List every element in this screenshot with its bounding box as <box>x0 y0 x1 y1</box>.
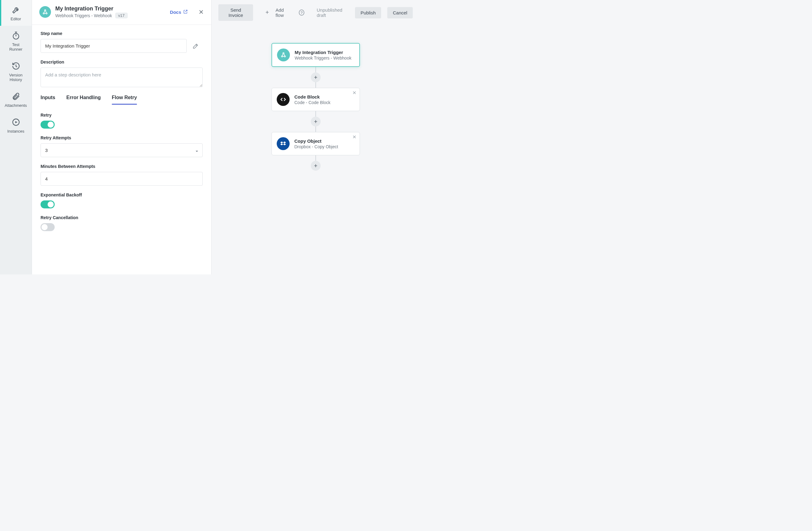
history-icon <box>11 61 21 71</box>
step-name-input[interactable] <box>41 39 187 53</box>
retry-cancellation-label: Retry Cancellation <box>41 215 203 220</box>
flow-canvas[interactable]: My Integration Trigger Webhook Triggers … <box>212 25 420 275</box>
send-invoice-button[interactable]: Send Invoice <box>218 4 253 21</box>
editor-tabs: Inputs Error Handling Flow Retry <box>41 95 203 104</box>
plus-icon <box>265 10 270 16</box>
step-name-group: Step name <box>41 31 203 53</box>
connector <box>315 155 316 161</box>
sidenav-version-history[interactable]: Version History <box>0 56 32 87</box>
retry-group: Retry <box>41 113 203 129</box>
canvas-toolbar: Send Invoice Add flow ? Unpublished draf… <box>212 0 420 25</box>
draft-status: Unpublished draft <box>317 8 349 18</box>
add-step-button[interactable] <box>311 161 321 171</box>
sidenav-attachments[interactable]: Attachments <box>0 87 32 112</box>
sidenav-testrunner-label: Test Runner <box>9 42 23 52</box>
node-sub: Code - Code Block <box>294 100 355 105</box>
editor-panel: My Integration Trigger Webhook Triggers … <box>32 0 212 275</box>
sidenav-instances[interactable]: Instances <box>0 112 32 138</box>
publish-button[interactable]: Publish <box>355 7 381 18</box>
node-title: Copy Object <box>294 138 355 144</box>
minutes-between-input[interactable] <box>41 172 203 186</box>
play-circle-icon <box>11 117 21 127</box>
svg-point-2 <box>43 13 44 14</box>
minutes-between-label: Minutes Between Attempts <box>41 164 203 169</box>
code-icon <box>277 93 290 106</box>
docs-label: Docs <box>170 10 181 15</box>
retry-attempts-group: Retry Attempts <box>41 135 203 157</box>
connector <box>315 127 316 132</box>
description-input[interactable] <box>41 68 203 87</box>
editor-title-block: My Integration Trigger Webhook Triggers … <box>55 5 165 18</box>
retry-attempts-label: Retry Attempts <box>41 135 203 140</box>
plus-icon <box>313 75 318 80</box>
flow-node-trigger[interactable]: My Integration Trigger Webhook Triggers … <box>272 43 360 67</box>
minutes-between-group: Minutes Between Attempts <box>41 164 203 186</box>
node-sub: Webhook Triggers - Webhook <box>295 56 354 60</box>
svg-point-5 <box>281 56 282 57</box>
add-step-button[interactable] <box>311 72 321 82</box>
sidenav-attachments-label: Attachments <box>5 103 27 108</box>
version-chip: v17 <box>115 13 128 18</box>
retry-cancellation-toggle[interactable] <box>41 223 55 231</box>
retry-cancellation-group: Retry Cancellation <box>41 215 203 231</box>
tab-error-handling[interactable]: Error Handling <box>66 95 101 104</box>
editor-subtitle: Webhook Triggers - Webhook <box>55 13 112 18</box>
cancel-button[interactable]: Cancel <box>387 7 413 18</box>
edit-icon <box>192 43 199 49</box>
add-flow-button[interactable]: Add flow <box>259 4 293 21</box>
node-title: Code Block <box>294 94 355 100</box>
paperclip-icon <box>11 91 21 101</box>
stopwatch-icon <box>11 31 21 41</box>
tab-flow-retry[interactable]: Flow Retry <box>112 95 137 104</box>
retry-label: Retry <box>41 113 203 118</box>
sidenav: Editor Test Runner Version History Attac… <box>0 0 32 275</box>
editor-body: Step name Description Inputs Error Handl… <box>32 25 211 250</box>
exponential-backoff-label: Exponential Backoff <box>41 192 203 197</box>
wrench-icon <box>11 5 21 15</box>
dropbox-icon <box>277 137 290 150</box>
connector <box>315 82 316 88</box>
editor-header: My Integration Trigger Webhook Triggers … <box>32 0 211 25</box>
svg-point-6 <box>284 56 285 57</box>
canvas-area: Send Invoice Add flow ? Unpublished draf… <box>212 0 420 275</box>
tab-inputs[interactable]: Inputs <box>41 95 55 104</box>
external-link-icon <box>183 9 188 15</box>
description-group: Description <box>41 60 203 88</box>
flow-node-copy-object[interactable]: Copy Object Dropbox - Copy Object <box>272 132 360 155</box>
node-sub: Dropbox - Copy Object <box>294 144 355 149</box>
flow-node-code-block[interactable]: Code Block Code - Code Block <box>272 88 360 111</box>
close-panel-button[interactable] <box>198 9 204 15</box>
remove-node-button[interactable] <box>352 135 357 139</box>
question-icon: ? <box>300 11 303 15</box>
editor-title: My Integration Trigger <box>55 5 165 12</box>
connector <box>315 67 316 72</box>
svg-point-3 <box>46 13 47 14</box>
help-button[interactable]: ? <box>299 10 304 16</box>
description-label: Description <box>41 60 203 64</box>
step-name-label: Step name <box>41 31 203 36</box>
node-title: My Integration Trigger <box>295 50 354 55</box>
edit-step-name-button[interactable] <box>192 43 199 49</box>
plus-icon <box>313 119 318 124</box>
webhook-icon <box>39 6 51 18</box>
add-step-button[interactable] <box>311 117 321 127</box>
docs-link[interactable]: Docs <box>170 9 188 15</box>
add-flow-label: Add flow <box>272 8 287 18</box>
exponential-backoff-group: Exponential Backoff <box>41 192 203 208</box>
sidenav-editor[interactable]: Editor <box>0 0 32 26</box>
webhook-icon <box>277 48 290 61</box>
retry-toggle[interactable] <box>41 121 55 129</box>
sidenav-test-runner[interactable]: Test Runner <box>0 26 32 56</box>
sidenav-version-label: Version History <box>9 73 23 82</box>
exponential-backoff-toggle[interactable] <box>41 201 55 208</box>
sidenav-editor-label: Editor <box>11 17 21 21</box>
close-icon <box>352 135 357 139</box>
connector <box>315 111 316 117</box>
plus-icon <box>313 163 318 168</box>
close-icon <box>352 91 357 95</box>
close-icon <box>198 9 204 15</box>
remove-node-button[interactable] <box>352 91 357 95</box>
sidenav-instances-label: Instances <box>8 129 25 134</box>
retry-attempts-select[interactable] <box>41 143 203 157</box>
